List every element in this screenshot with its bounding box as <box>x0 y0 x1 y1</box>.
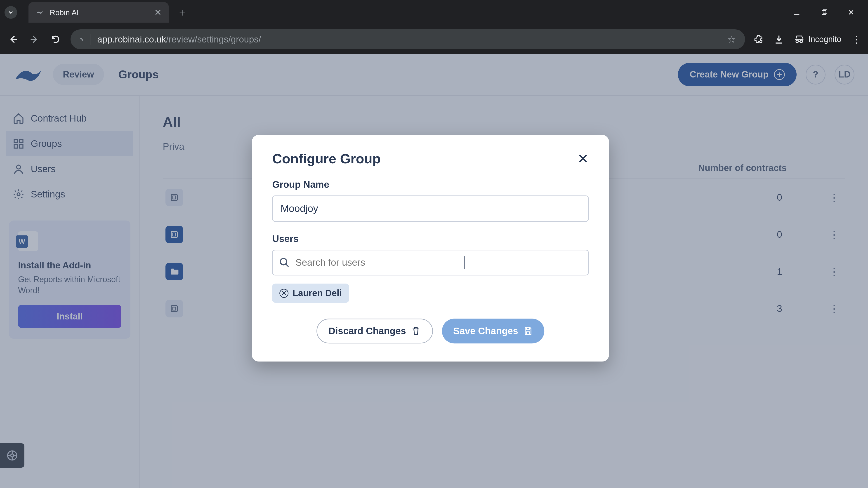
search-icon <box>279 257 290 268</box>
remove-chip-icon[interactable]: ✕ <box>279 289 288 298</box>
extensions-icon[interactable] <box>754 34 764 44</box>
save-icon <box>523 326 533 336</box>
svg-line-5 <box>81 39 82 40</box>
browser-toolbar: app.robinai.co.uk/review/settings/groups… <box>0 25 868 54</box>
tab-close-icon[interactable]: ✕ <box>154 7 162 18</box>
url-text: app.robinai.co.uk/review/settings/groups… <box>97 34 261 44</box>
text-cursor-icon <box>464 256 473 269</box>
save-changes-button[interactable]: Save Changes <box>442 319 544 344</box>
browser-tab[interactable]: Robin AI ✕ <box>29 2 168 23</box>
nav-back-button[interactable] <box>7 33 20 46</box>
browser-menu-icon[interactable]: ⋮ <box>852 34 861 45</box>
window-controls: ✕ <box>791 7 864 18</box>
discard-changes-button[interactable]: Discard Changes <box>316 319 433 344</box>
svg-line-25 <box>286 264 288 267</box>
browser-chrome: Robin AI ✕ ＋ ✕ app.rob <box>0 0 868 54</box>
configure-group-modal: Configure Group ✕ Group Name Users ✕ Lau… <box>252 135 609 361</box>
modal-title: Configure Group <box>272 151 381 166</box>
svg-rect-1 <box>822 10 826 14</box>
tab-title: Robin AI <box>50 8 149 17</box>
svg-point-24 <box>280 258 287 265</box>
trash-icon <box>411 326 421 336</box>
users-label: Users <box>272 233 589 244</box>
nav-forward-button[interactable] <box>28 33 41 46</box>
window-close-button[interactable]: ✕ <box>845 7 857 18</box>
site-info-icon[interactable] <box>80 34 90 45</box>
users-search-input[interactable] <box>272 250 589 275</box>
user-chip[interactable]: ✕ Lauren Deli <box>272 284 349 303</box>
window-minimize-button[interactable] <box>791 7 802 18</box>
downloads-icon[interactable] <box>774 34 784 44</box>
app-page: Review Groups Create New Group ＋ ? LD Co… <box>0 54 868 488</box>
tab-favicon <box>35 8 44 17</box>
group-name-input[interactable] <box>272 195 589 222</box>
group-name-label: Group Name <box>272 179 589 190</box>
incognito-indicator[interactable]: Incognito <box>794 34 841 44</box>
address-bar[interactable]: app.robinai.co.uk/review/settings/groups… <box>70 29 745 49</box>
user-chip-label: Lauren Deli <box>292 288 342 298</box>
new-tab-button[interactable]: ＋ <box>176 6 189 19</box>
window-maximize-button[interactable] <box>818 7 830 18</box>
tab-strip: Robin AI ✕ ＋ ✕ <box>0 0 868 25</box>
bookmark-icon[interactable]: ☆ <box>727 34 736 45</box>
nav-reload-button[interactable] <box>49 33 62 46</box>
modal-close-button[interactable]: ✕ <box>577 151 589 166</box>
svg-rect-2 <box>823 9 827 13</box>
tab-search-button[interactable] <box>4 6 17 19</box>
